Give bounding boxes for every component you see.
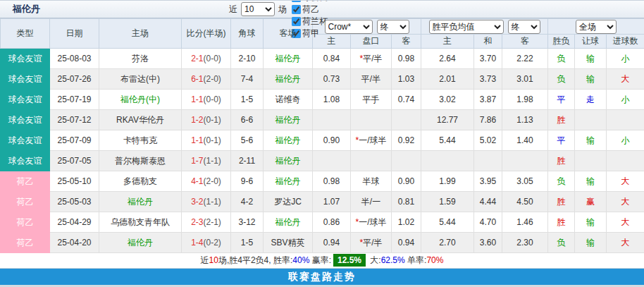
corners-cell: 1-5 (231, 90, 264, 110)
league-type-cell[interactable]: 荷乙 (1, 192, 50, 212)
league-type-cell[interactable]: 荷乙 (1, 171, 50, 192)
home-team-name[interactable]: 福伦丹 (128, 197, 153, 207)
away-team[interactable]: 福伦丹 (264, 130, 313, 151)
full-time-score: 1-4 (191, 238, 203, 248)
avg-odds-draw: 4.44 (474, 192, 502, 212)
handicap-odds-home: 0.73 (313, 69, 351, 90)
league-type-cell[interactable]: 球会友谊 (1, 90, 50, 110)
away-team-name[interactable]: 福伦丹 (275, 135, 301, 145)
league-type-cell[interactable]: 荷乙 (1, 233, 50, 253)
average-select[interactable]: 胜平负均值 (429, 20, 504, 34)
half-time-score: (2-0) (204, 74, 221, 84)
avg-odds-away: 1.13 (502, 110, 548, 130)
home-team-name[interactable]: RKAV华伦丹 (116, 115, 164, 125)
match-row: 荷乙25-05-10多德勒支4-1(2-0)9-6福伦丹0.98半球0.901.… (1, 171, 644, 192)
away-team-name[interactable]: 诺维奇 (275, 94, 301, 104)
away-team[interactable]: 福伦丹 (264, 171, 313, 192)
league-type-cell[interactable]: 球会友谊 (1, 130, 50, 151)
col-header-home: 主场 (99, 19, 182, 49)
near-count-select[interactable]: 10 (241, 2, 275, 16)
result-cell: 负 (548, 49, 575, 69)
home-team[interactable]: 芬洛 (99, 49, 182, 69)
avg-odds-draw: 3.73 (474, 69, 502, 90)
home-team[interactable]: 普尔梅斯泰恩 (99, 151, 182, 171)
league-type-cell[interactable]: 球会友谊 (1, 49, 50, 69)
bookmaker-state-select[interactable]: 终 (377, 20, 409, 34)
handicap-odds-home: 1.07 (313, 192, 351, 212)
corners-cell: 2-11 (231, 151, 264, 171)
handicap-result-cell: 赢 (575, 192, 607, 212)
full-time-score: 1-2 (191, 115, 203, 125)
home-team[interactable]: 福伦丹(中) (99, 90, 182, 110)
away-team-name[interactable]: 福伦丹 (275, 115, 301, 125)
avg-odds-draw: 3.87 (474, 90, 502, 110)
summary-text: 近 (201, 255, 209, 265)
handicap-odds-home: 0.94 (313, 233, 351, 253)
bookmaker-dropdown-cell: Crow* 终 (313, 19, 421, 35)
goals-result-cell: 小 (607, 90, 644, 110)
home-team-name[interactable]: 乌德勒支青年队 (111, 217, 170, 227)
result-cell: 胜 (548, 151, 575, 171)
checkbox-icon[interactable] (292, 17, 301, 26)
page-title: 福伦丹 (13, 3, 40, 16)
away-team[interactable]: 诺维奇 (264, 90, 313, 110)
result-cell: 负 (548, 171, 575, 192)
home-team[interactable]: RKAV华伦丹 (99, 110, 182, 130)
summary-text: 10 (209, 255, 218, 265)
average-state-select[interactable]: 终 (508, 20, 540, 34)
half-time-score: (0-0) (204, 54, 221, 63)
away-team-name[interactable]: 福伦丹 (275, 176, 301, 186)
away-team-name[interactable]: SBV精英 (271, 238, 304, 248)
away-team[interactable]: 罗达JC (264, 192, 313, 212)
match-row: 荷乙25-04-29乌德勒支青年队2-3(2-1)3-12福伦丹0.86*一/球… (1, 212, 644, 233)
home-team-name[interactable]: 福伦丹 (128, 238, 153, 248)
away-team[interactable]: 福伦丹 (264, 110, 313, 130)
scope-select[interactable]: 全场 (576, 20, 617, 34)
handicap-odds-away: 0.90 (392, 171, 421, 192)
full-time-score: 1-1 (191, 94, 203, 104)
league-type-cell[interactable]: 球会友谊 (1, 69, 50, 90)
away-team-name[interactable]: 福伦丹 (275, 217, 301, 227)
home-team[interactable]: 福伦丹 (99, 192, 182, 212)
home-team-name[interactable]: 多德勒支 (123, 176, 157, 186)
away-team[interactable]: 福伦丹 (264, 151, 313, 171)
home-team-name[interactable]: 芬洛 (132, 54, 149, 63)
score-cell: 6-1(2-0) (182, 69, 231, 90)
goals-result-cell (607, 151, 644, 171)
checkbox-icon[interactable] (292, 5, 301, 14)
bookmaker-select[interactable]: Crow* (325, 20, 373, 34)
home-team-name[interactable]: 福伦丹(中) (120, 94, 160, 104)
home-team[interactable]: 乌德勒支青年队 (99, 212, 182, 233)
match-row: 球会友谊25-07-26布雷达(中)6-1(2-0)7-4福伦丹0.73平/半1… (1, 69, 644, 90)
filter-checkbox-2[interactable]: 荷乙 (292, 4, 336, 16)
checkbox-icon[interactable] (292, 0, 301, 2)
away-team-name[interactable]: 福伦丹 (275, 156, 301, 166)
away-team[interactable]: 福伦丹 (264, 212, 313, 233)
home-team-name[interactable]: 卡特韦克 (123, 135, 157, 145)
handicap-result-cell (575, 110, 607, 130)
handicap-odds-away (392, 110, 421, 130)
home-team-name[interactable]: 布雷达(中) (120, 74, 160, 84)
handicap-result-cell (575, 151, 607, 171)
league-type-cell[interactable]: 球会友谊 (1, 110, 50, 130)
away-team-name[interactable]: 福伦丹 (275, 54, 301, 63)
away-team[interactable]: 福伦丹 (264, 69, 313, 90)
avg-odds-draw: 5.02 (474, 130, 502, 151)
league-type-cell[interactable]: 荷乙 (1, 212, 50, 233)
away-team-name[interactable]: 福伦丹 (275, 74, 301, 84)
home-team[interactable]: 布雷达(中) (99, 69, 182, 90)
match-date: 25-04-20 (50, 233, 99, 253)
home-team[interactable]: 卡特韦克 (99, 130, 182, 151)
avg-odds-draw: 3.60 (474, 233, 502, 253)
away-team-name[interactable]: 罗达JC (274, 197, 302, 207)
away-team[interactable]: SBV精英 (264, 233, 313, 253)
corners-cell: 1-5 (231, 233, 264, 253)
home-team[interactable]: 福伦丹 (99, 233, 182, 253)
league-type-cell[interactable]: 球会友谊 (1, 151, 50, 171)
corners-cell: 7-4 (231, 69, 264, 90)
home-team-name[interactable]: 普尔梅斯泰恩 (115, 156, 166, 166)
summary-text: 大: (368, 255, 381, 265)
full-time-score: 4-1 (191, 176, 203, 186)
home-team[interactable]: 多德勒支 (99, 171, 182, 192)
away-team[interactable]: 福伦丹 (264, 49, 313, 69)
